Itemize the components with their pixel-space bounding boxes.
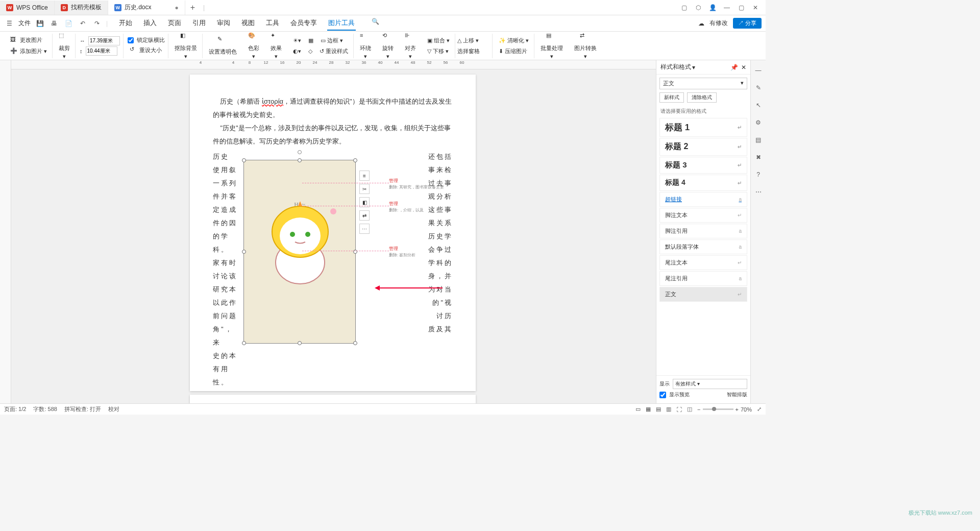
effect-button[interactable]: ✦效果▾ <box>268 31 284 61</box>
convert-button[interactable]: ⇄图片转换▾ <box>572 31 599 61</box>
menu-insert[interactable]: 插入 <box>142 16 158 31</box>
remove-bg-button[interactable]: ◧抠除背景▾ <box>173 31 199 61</box>
clarify-button[interactable]: ✨ 清晰化▾ <box>497 36 531 45</box>
menu-review[interactable]: 审阅 <box>216 16 231 31</box>
style-item[interactable]: 正文↵ <box>659 287 747 302</box>
resize-handle-bl[interactable] <box>242 341 246 345</box>
crop-button[interactable]: ⬚裁剪▾ <box>57 31 72 61</box>
close-panel-icon[interactable]: ✕ <box>741 64 746 71</box>
expand-icon[interactable]: ⤢ <box>757 406 762 413</box>
select-rail-icon[interactable]: ↖ <box>753 100 764 110</box>
pin-icon[interactable]: 📌 <box>730 64 738 71</box>
current-style-select[interactable]: 正文▾ <box>659 78 747 89</box>
menu-view[interactable]: 视图 <box>240 16 256 31</box>
clear-format-button[interactable]: 清除格式 <box>687 92 717 103</box>
menu-start[interactable]: 开始 <box>118 16 133 31</box>
cloud-sync-icon[interactable]: ☁ <box>698 20 704 27</box>
height-input[interactable] <box>86 46 117 56</box>
save-icon[interactable]: 💾 <box>35 18 45 29</box>
crop-tool-icon[interactable]: ✂ <box>359 184 370 194</box>
settings-rail-icon[interactable]: ⚙ <box>753 117 764 128</box>
lock-ratio-checkbox[interactable] <box>128 37 134 43</box>
style-item[interactable]: 标题 1↵ <box>659 118 747 137</box>
close-window-button[interactable]: ✕ <box>749 2 762 14</box>
add-tab-button[interactable]: + <box>185 3 200 12</box>
menu-picture-tools[interactable]: 图片工具 <box>327 16 356 31</box>
menu-member[interactable]: 会员专享 <box>289 16 318 31</box>
status-page[interactable]: 页面: 1/2 <box>4 405 26 413</box>
batch-button[interactable]: ▤批量处理▾ <box>538 31 565 61</box>
style-item[interactable]: 标题 4↵ <box>659 175 747 191</box>
layout-options-icon[interactable]: ≡ <box>359 171 370 181</box>
style-item[interactable]: 默认段落字体a <box>659 239 747 254</box>
rotate-handle[interactable] <box>298 150 302 154</box>
reset-style-button[interactable]: ↺ 重设样式 <box>317 46 350 56</box>
status-spell[interactable]: 拼写检查: 打开 <box>64 405 101 413</box>
zoom-level[interactable]: 70% <box>741 406 752 413</box>
replace-tool-icon[interactable]: ⇄ <box>359 210 370 221</box>
menu-reference[interactable]: 引用 <box>191 16 207 31</box>
zoom-out-button[interactable]: − <box>697 406 700 413</box>
status-words[interactable]: 字数: 588 <box>33 405 57 413</box>
tab-templates[interactable]: D 找稻壳模板 <box>55 1 108 15</box>
style-item[interactable]: 超链接a <box>659 192 747 207</box>
preview-checkbox[interactable] <box>659 392 666 398</box>
print-icon[interactable]: 🖶 <box>49 18 59 29</box>
move-down-button[interactable]: ▽ 下移▾ <box>425 46 452 56</box>
share-button[interactable]: ↗ 分享 <box>733 18 762 29</box>
change-picture-button[interactable]: 🖼更改图片 <box>8 35 49 45</box>
style-item[interactable]: 脚注引用a <box>659 224 747 238</box>
smart-layout-link[interactable]: 智能排版 <box>727 391 747 398</box>
print-preview-icon[interactable]: 📄 <box>63 18 74 29</box>
width-input[interactable] <box>88 36 120 45</box>
move-up-button[interactable]: △ 上移▾ <box>455 36 482 45</box>
shadow-button[interactable]: ▦ <box>306 36 315 45</box>
color-button[interactable]: 🎨色彩▾ <box>246 31 261 61</box>
redo-icon[interactable]: ↷ <box>92 18 102 29</box>
minimize-button[interactable]: — <box>721 2 733 14</box>
style-item[interactable]: 尾注文本↵ <box>659 255 747 270</box>
user-avatar[interactable]: 👤 <box>706 2 719 14</box>
edit-rail-icon[interactable]: ✎ <box>753 83 764 93</box>
more-tool-icon[interactable]: ⋯ <box>359 224 370 234</box>
selected-image[interactable]: Hi ~ ≡ ✂ ◧ ⇄ ⋯ <box>243 160 356 344</box>
new-style-button[interactable]: 新样式 <box>659 92 684 103</box>
align-button[interactable]: ⊪对齐▾ <box>403 31 418 61</box>
tab-wps[interactable]: W WPS Office <box>0 1 55 15</box>
review-comment[interactable]: 管理删除: 鉴别分析 <box>389 246 415 258</box>
reading-mode-icon[interactable]: ▭ <box>635 406 641 413</box>
group-button[interactable]: ▣ 组合▾ <box>425 36 452 45</box>
window-cube-icon[interactable]: ⬡ <box>692 2 704 14</box>
fit-icon[interactable]: ◫ <box>687 406 692 413</box>
reset-size-button[interactable]: ↺重设大小 <box>128 45 165 55</box>
tab-document[interactable]: W 历史.docx ● <box>108 1 185 15</box>
zoom-slider[interactable] <box>712 407 716 411</box>
window-grid-icon[interactable]: ▢ <box>678 2 690 14</box>
compress-button[interactable]: ⬇ 压缩图片 <box>497 46 531 56</box>
style-item[interactable]: 脚注文本↵ <box>659 208 747 223</box>
search-icon[interactable]: 🔍 <box>370 16 380 27</box>
show-styles-select[interactable]: 有效样式 ▾ <box>673 379 747 389</box>
menu-tools[interactable]: 工具 <box>265 16 280 31</box>
rotate-button[interactable]: ⟲旋转▾ <box>380 31 396 61</box>
more-rail-icon[interactable]: ⋯ <box>753 187 764 197</box>
style-item[interactable]: 标题 2↵ <box>659 138 747 156</box>
contrast-button[interactable]: ◐▾ <box>291 47 303 56</box>
resize-handle-br[interactable] <box>353 341 357 345</box>
style-item[interactable]: 尾注引用a <box>659 271 747 286</box>
view-mode-3-icon[interactable]: ▥ <box>666 406 671 413</box>
add-picture-button[interactable]: ➕添加图片 ▾ <box>8 46 49 57</box>
tools-rail-icon[interactable]: ✖ <box>753 152 764 162</box>
transparent-color-button[interactable]: ✎设置透明色 <box>207 35 239 57</box>
review-comment[interactable]: 管理删除: 其研究，图书室设备主要 <box>389 178 444 190</box>
brightness-button[interactable]: ☀▾ <box>291 36 303 45</box>
help-rail-icon[interactable]: ? <box>753 170 764 180</box>
resize-handle-bm[interactable] <box>298 341 302 345</box>
maximize-button[interactable]: ▢ <box>735 2 747 14</box>
resize-handle-tm[interactable] <box>298 158 302 162</box>
pending-changes[interactable]: 有修改 <box>709 19 728 28</box>
style-item[interactable]: 标题 3↵ <box>659 157 747 174</box>
border-button[interactable]: ▭ 边框▾ <box>318 36 345 45</box>
selection-pane-button[interactable]: 选择窗格 <box>455 46 482 56</box>
menu-icon[interactable]: ☰ <box>4 18 14 29</box>
